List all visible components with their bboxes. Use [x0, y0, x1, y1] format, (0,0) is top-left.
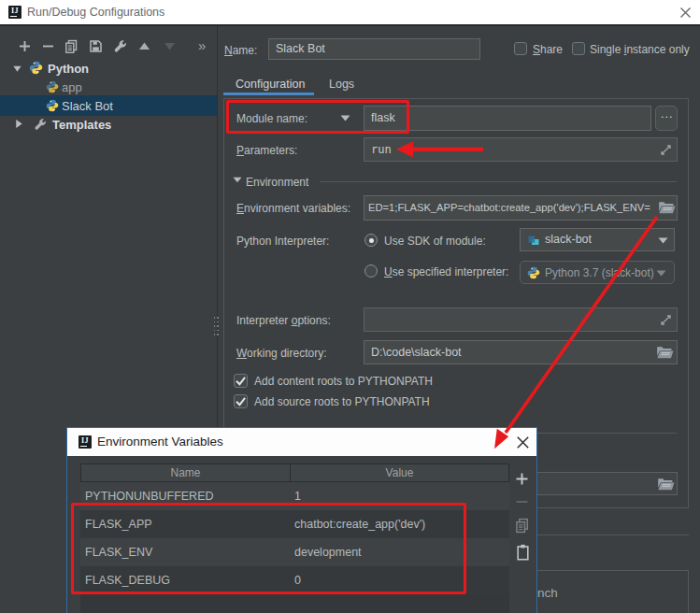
- dialog-titlebar: IJ Environment Variables: [67, 428, 536, 456]
- run-debug-configurations-window: IJ Run/Debug Configurations » Python: [0, 0, 700, 613]
- working-directory-value: D:\code\slack-bot: [371, 346, 462, 359]
- use-specified-interpreter-radio[interactable]: [364, 264, 378, 278]
- remove-configuration-icon[interactable]: [41, 39, 55, 53]
- table-header-name[interactable]: Name: [80, 463, 291, 482]
- module-browse-button[interactable]: ...: [655, 106, 678, 131]
- table-empty-area: [80, 594, 509, 613]
- annotation-box-module-name: [226, 100, 409, 134]
- expand-field-icon[interactable]: [659, 143, 673, 157]
- add-content-roots-checkbox[interactable]: [234, 374, 248, 388]
- tree-item-slack-bot[interactable]: Slack Bot: [0, 95, 217, 115]
- tree-group-templates[interactable]: Templates: [0, 114, 217, 134]
- parameters-value: run: [371, 143, 392, 156]
- before-launch-hint-fragment: nch: [537, 586, 558, 600]
- window-close-icon[interactable]: [680, 7, 691, 18]
- dialog-title: Environment Variables: [97, 428, 223, 456]
- interpreter-options-label[interactable]: Interpreter options:: [236, 314, 331, 327]
- expanded-chevron-icon[interactable]: [12, 64, 22, 74]
- edit-templates-icon[interactable]: [113, 39, 127, 53]
- annotation-arrow-env-dialog: [481, 206, 668, 460]
- add-variable-icon[interactable]: [515, 472, 529, 486]
- save-configuration-icon[interactable]: [89, 39, 103, 53]
- add-source-roots-label[interactable]: Add source roots to PYTHONPATH: [254, 395, 430, 408]
- use-sdk-of-module-radio[interactable]: [364, 234, 378, 247]
- python-icon: [46, 99, 59, 112]
- env-name: PYTHONUNBUFFERED: [85, 490, 214, 503]
- single-instance-label[interactable]: Single instance only: [590, 43, 690, 56]
- working-directory-label[interactable]: Working directory:: [236, 347, 326, 360]
- tab-configuration[interactable]: Configuration: [236, 78, 305, 91]
- collapsed-chevron-icon[interactable]: [14, 119, 23, 129]
- more-actions-icon[interactable]: »: [198, 37, 206, 53]
- share-checkbox[interactable]: [514, 42, 527, 55]
- copy-variable-icon[interactable]: [515, 518, 530, 534]
- window-titlebar: IJ Run/Debug Configurations: [0, 0, 700, 26]
- tab-logs[interactable]: Logs: [329, 78, 354, 91]
- tree-group-python[interactable]: Python: [0, 58, 217, 78]
- intellij-logo-icon: IJ: [79, 435, 92, 449]
- add-configuration-icon[interactable]: [18, 39, 32, 53]
- remove-variable-icon[interactable]: [516, 497, 528, 506]
- add-content-roots-label[interactable]: Add content roots to PYTHONPATH: [254, 375, 433, 388]
- intellij-logo-icon: IJ: [8, 6, 21, 19]
- tree-item-label[interactable]: Slack Bot: [62, 98, 113, 112]
- annotation-box-flask-rows: [71, 503, 466, 594]
- add-source-roots-checkbox[interactable]: [234, 394, 248, 408]
- parameters-label[interactable]: Parameters:: [236, 144, 297, 157]
- python-icon: [46, 80, 59, 93]
- environment-section-line: [320, 181, 677, 182]
- paste-variable-icon[interactable]: [516, 544, 530, 561]
- environment-section-label[interactable]: Environment: [246, 176, 308, 189]
- share-label[interactable]: Share: [533, 43, 563, 56]
- table-header-value[interactable]: Value: [290, 463, 509, 482]
- annotation-arrow-parameters: [393, 135, 495, 164]
- env-value: 1: [294, 490, 301, 503]
- templates-wrench-icon: [34, 118, 47, 131]
- tree-item-label[interactable]: Templates: [52, 117, 111, 131]
- browse-folder-icon[interactable]: [657, 477, 675, 492]
- name-input-value: Slack Bot: [276, 42, 325, 55]
- move-down-icon[interactable]: [163, 39, 177, 53]
- copy-configuration-icon[interactable]: [64, 39, 79, 53]
- tree-item-label[interactable]: app: [62, 79, 82, 93]
- use-sdk-of-module-label[interactable]: Use SDK of module:: [384, 235, 486, 248]
- tree-item-app[interactable]: app: [0, 77, 217, 96]
- name-label: Name:: [224, 44, 257, 57]
- active-tab-underline: [223, 93, 314, 95]
- window-title: Run/Debug Configurations: [27, 0, 164, 24]
- single-instance-checkbox[interactable]: [572, 42, 585, 55]
- move-up-icon[interactable]: [137, 39, 151, 53]
- environment-section-chevron-icon[interactable]: [233, 177, 242, 183]
- tree-item-label[interactable]: Python: [48, 61, 89, 75]
- name-input[interactable]: Slack Bot: [268, 38, 480, 60]
- python-icon: [29, 61, 43, 75]
- python-interpreter-label: Python Interpreter:: [236, 235, 329, 248]
- checkmark-icon: [234, 394, 248, 408]
- checkmark-icon: [234, 374, 248, 388]
- environment-variables-label[interactable]: Environment variables:: [236, 202, 350, 215]
